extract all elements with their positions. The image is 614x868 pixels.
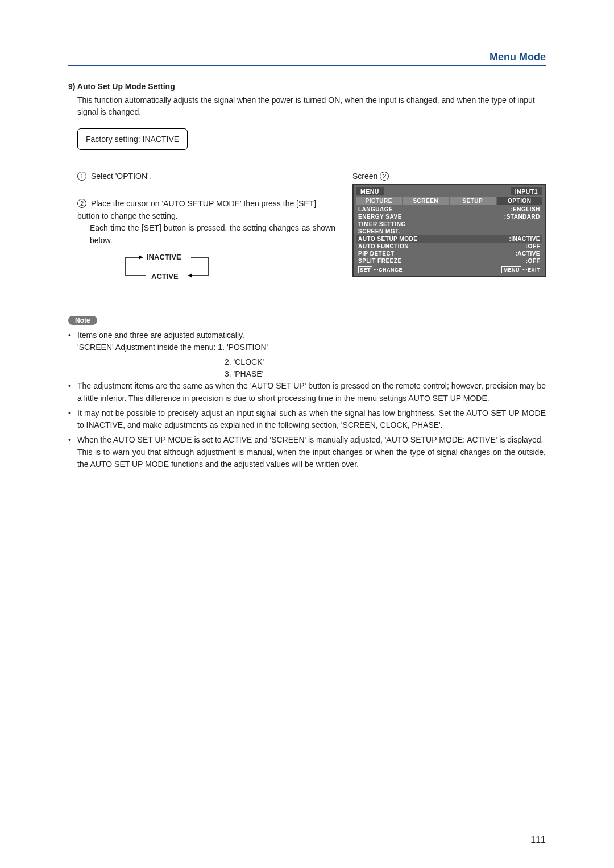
note-2: • The adjustment items are the same as w… [68, 380, 546, 404]
osd-tab-option: OPTION [497, 197, 543, 205]
osd-tab-picture: PICTURE [356, 197, 402, 205]
page-number: 111 [530, 835, 546, 845]
step-2-line2: Each time the [SET] button is pressed, t… [90, 222, 335, 247]
note-4b: This is to warn you that although adjust… [77, 446, 546, 471]
adjustment-list: 2. 'CLOCK' 3. 'PHASE' [225, 356, 546, 380]
adj-2: 2. 'CLOCK' [225, 356, 546, 368]
osd-row-split: SPLIT FREEZE:OFF [356, 257, 542, 265]
osd-footer: SET···CHANGE MENU···EXIT [356, 266, 542, 274]
step-1-text: Select 'OPTION'. [91, 172, 151, 181]
osd-row-pip: PIP DETECT:ACTIVE [356, 250, 542, 257]
osd-row-autofunc: AUTO FUNCTION:OFF [356, 243, 542, 250]
note-1b: 'SCREEN' Adjustment inside the menu: 1. … [77, 341, 546, 354]
bullet-icon: • [68, 380, 77, 404]
note-1: • Items one and three are adjusted autom… [68, 329, 546, 354]
osd-row-timer: TIMER SETTING [356, 220, 542, 228]
step-1: 1 Select 'OPTION'. [77, 172, 335, 181]
cycle-inactive: INACTIVE [147, 253, 181, 261]
cycle-active: ACTIVE [151, 272, 179, 281]
step-1-number-icon: 1 [77, 172, 86, 181]
osd-tab-setup: SETUP [450, 197, 496, 205]
note-1a: Items one and three are adjusted automat… [77, 329, 546, 342]
osd-row-energy: ENERGY SAVE:STANDARD [356, 213, 542, 220]
notes-section: Note • Items one and three are adjusted … [68, 315, 546, 471]
bullet-icon: • [68, 434, 77, 471]
cycle-diagram: INACTIVE ACTIVE [111, 253, 225, 287]
osd-tabs: PICTURE SCREEN SETUP OPTION [356, 197, 542, 205]
screen-label-prefix: Screen [352, 172, 377, 181]
osd-panel: MENU INPUT1 PICTURE SCREEN SETUP OPTION … [352, 184, 546, 277]
note-badge: Note [68, 316, 97, 325]
factory-setting-box: Factory setting: INACTIVE [77, 128, 188, 150]
osd-menu-btn-icon: MENU [501, 266, 521, 273]
section-intro: This function automatically adjusts the … [77, 94, 546, 118]
adj-3: 3. 'PHASE' [225, 368, 546, 380]
screen-label: Screen 2 [352, 172, 546, 181]
osd-tab-screen: SCREEN [403, 197, 449, 205]
svg-marker-2 [139, 255, 143, 260]
bullet-icon: • [68, 329, 77, 354]
step-2-number-icon: 2 [77, 199, 86, 208]
step-2: 2 Place the cursor on 'AUTO SETUP MODE' … [77, 198, 335, 287]
section-title: Auto Set Up Mode Setting [77, 82, 175, 91]
note-4a: When the AUTO SET UP MODE is set to ACTI… [77, 434, 546, 446]
page-header: Menu Mode [68, 51, 546, 66]
osd-menu-chip: MENU [356, 187, 384, 195]
osd-row-language: LANGUAGE:ENGLISH [356, 206, 542, 213]
svg-marker-6 [188, 273, 192, 278]
osd-input-chip: INPUT1 [511, 187, 542, 195]
osd-row-autosetup: AUTO SETUP MODE:INACTIVE [356, 235, 542, 243]
section-number: 9) [68, 82, 75, 91]
section-heading: 9) Auto Set Up Mode Setting [68, 82, 546, 91]
osd-row-screenmgt: SCREEN MGT. [356, 228, 542, 235]
screen-label-number-icon: 2 [380, 172, 389, 181]
note-3: • It may not be possible to precisely ad… [68, 407, 546, 432]
step-2-line1: Place the cursor on 'AUTO SETUP MODE' th… [77, 199, 316, 220]
note-4: • When the AUTO SET UP MODE is set to AC… [68, 434, 546, 471]
osd-set-btn-icon: SET [358, 266, 372, 273]
bullet-icon: • [68, 407, 77, 432]
